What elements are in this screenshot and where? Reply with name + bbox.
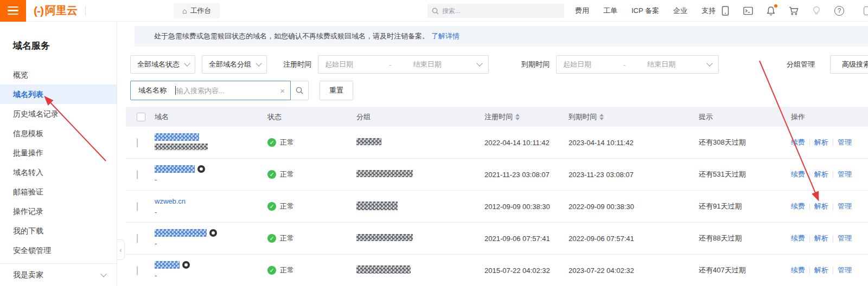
reg-time: 2022-04-14 10:11:42 [484,139,569,147]
domain-link[interactable]: wzweb.cn [155,197,186,205]
col-domain: 域名 [155,112,267,122]
sidebar-item-email-verify[interactable]: 邮箱验证 [0,182,117,202]
chevron-down-icon [476,60,482,66]
resolve-link[interactable]: 解析 [814,170,828,179]
sidebar-item-history[interactable]: 历史域名记录 [0,104,117,123]
manage-link[interactable]: 管理 [838,233,852,243]
topbar-menu-tickets[interactable]: 工单 [603,6,617,16]
help-icon[interactable]: ? [834,6,844,16]
domain-search-input[interactable] [176,87,277,95]
topbar-menu-enterprise[interactable]: 企业 [673,6,687,16]
manage-link[interactable]: 管理 [838,138,852,147]
search-submit-button[interactable] [290,81,309,100]
sidebar-item-batch-ops[interactable]: 批量操作 [0,143,117,162]
advanced-search-button[interactable]: 高级搜索 [830,55,868,74]
sort-icon[interactable] [599,114,604,120]
manage-link[interactable]: 管理 [838,202,852,211]
renew-link[interactable]: 续费 [791,170,805,179]
table-header: 域名 状态 分组 注册时间 到期时间 提示 操作 [126,107,868,127]
chevron-down-icon [256,60,261,66]
notifications-bell-icon[interactable] [766,6,776,16]
seller-label: 我是卖家 [13,270,43,280]
redacted-domain [155,165,195,173]
topbar-menu-billing[interactable]: 费用 [575,6,589,16]
sidebar-item-operation-log[interactable]: 操作记录 [0,202,117,221]
expiry-tip: 还有531天过期 [699,170,791,179]
status-text: 正常 [280,202,294,211]
notice-bar: 处于急需续费或急需赎回状态的域名，如您确认不再续费或赎回域名，请及时注销备案。 … [135,26,868,47]
group-manage-link[interactable]: 分组管理 [787,60,815,69]
table-row: ✓正常 2022-04-14 10:11:42 2023-04-14 10:11… [126,127,868,159]
domain-status-select[interactable]: 全部域名状态 [130,55,195,74]
expiry-tip: 还有88天过期 [699,233,791,243]
resolve-link[interactable]: 解析 [814,265,828,275]
renew-link[interactable]: 续费 [791,265,805,275]
row-checkbox[interactable] [137,234,138,243]
domain-group-select[interactable]: 全部域名分组 [202,55,267,74]
sidebar-item-my-downloads[interactable]: 我的下载 [0,221,117,240]
renew-link[interactable]: 续费 [791,233,805,243]
topbar-divider [85,6,86,16]
col-exp-time: 到期时间 [569,112,597,122]
shopping-cart-icon[interactable] [789,6,799,16]
clear-icon[interactable]: × [280,86,285,95]
exp-time-label: 到期时间 [521,60,550,69]
sidebar-item-domain-list[interactable]: 域名列表 [0,84,117,104]
renew-link[interactable]: 续费 [791,202,805,211]
resolve-link[interactable]: 解析 [814,233,828,243]
page: (-) 阿里云 ⌂ 工作台 费用 工单 ICP 备案 企业 支持 [0,0,868,286]
domain-badge-icon [182,261,190,269]
notice-learn-more-link[interactable]: 了解详情 [431,31,459,41]
row-checkbox[interactable] [137,138,138,147]
home-icon: ⌂ [182,6,187,15]
redacted-group [356,234,413,241]
collapse-icon: ‹ [119,246,122,254]
cloud-shell-icon[interactable] [743,6,753,16]
sidebar-item-overview[interactable]: 概览 [0,65,117,84]
exp-time-range-picker[interactable]: 起始日期 - 结束日期 [556,55,719,74]
topbar: (-) 阿里云 ⌂ 工作台 费用 工单 ICP 备案 企业 支持 [0,0,868,22]
notice-text: 处于急需续费或急需赎回状态的域名，如您确认不再续费或赎回域名，请及时注销备案。 [154,31,429,41]
topbar-menu-icp[interactable]: ICP 备案 [631,6,659,16]
sidebar-item-security-lock[interactable]: 安全锁管理 [0,240,117,260]
table-row: wzweb.cn - ✓正常 2012-09-09 00:38:30 2022-… [126,191,868,223]
exp-time: 2022-09-09 00:38:30 [569,203,699,211]
lightbulb-icon[interactable] [812,6,821,16]
sidebar-collapse-handle[interactable]: ‹ [117,239,125,260]
row-3-resolve-link[interactable]: 解析 [814,202,828,211]
topbar-menu-support[interactable]: 支持 [701,6,716,16]
mobile-app-icon[interactable] [720,6,730,16]
reset-button[interactable]: 重置 [320,81,353,100]
status-text: 正常 [280,233,294,243]
sort-icon[interactable] [515,114,520,120]
redacted-group [356,265,411,274]
topbar-search-input[interactable] [442,7,560,15]
domain-name-search-field[interactable]: 域名名称 × [130,81,291,100]
workbench-button[interactable]: ⌂ 工作台 [174,3,220,18]
col-action: 操作 [791,112,868,122]
status-text: 正常 [280,170,294,179]
row-checkbox[interactable] [137,266,138,275]
row-checkbox[interactable] [137,170,138,179]
manage-link[interactable]: 管理 [838,170,852,179]
sidebar-item-transfer-in[interactable]: 域名转入 [0,162,117,182]
sidebar-item-seller[interactable]: 我是卖家 [0,263,117,286]
select-all-checkbox[interactable] [137,113,145,121]
expiry-tip: 还有91天过期 [699,202,791,211]
topbar-search[interactable] [427,4,564,18]
aliyun-logo[interactable]: (-) 阿里云 [34,3,78,18]
row-checkbox[interactable] [137,202,138,211]
hamburger-menu-icon[interactable] [0,0,26,22]
resolve-link[interactable]: 解析 [814,138,828,147]
sidebar-item-info-template[interactable]: 信息模板 [0,123,117,143]
table-row: - ✓正常 2021-09-06 07:57:41 2022-09-06 07:… [126,223,868,255]
chevron-down-icon [184,60,190,66]
renew-link[interactable]: 续费 [791,138,805,147]
redacted-group [356,170,413,177]
search-icon [296,87,303,94]
manage-link[interactable]: 管理 [838,265,852,275]
domain-table: 域名 状态 分组 注册时间 到期时间 提示 操作 ✓正常 2022- [126,107,868,286]
reg-time-range-picker[interactable]: 起始日期 - 结束日期 [318,55,489,74]
domain-sub: - [155,208,267,216]
col-status: 状态 [267,112,356,122]
